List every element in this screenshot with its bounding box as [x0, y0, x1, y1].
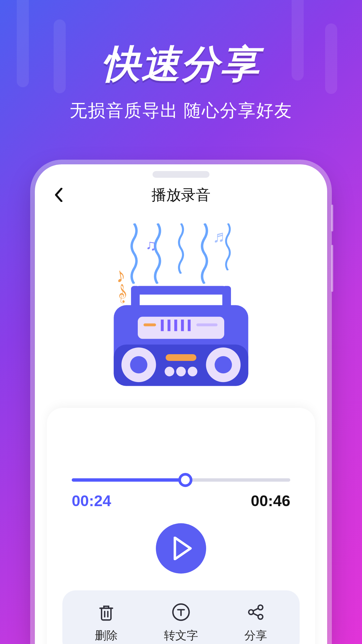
progress-thumb[interactable]	[178, 473, 192, 487]
radio-icon	[109, 282, 253, 388]
svg-rect-17	[166, 354, 196, 361]
to-text-label: 转文字	[164, 628, 198, 643]
text-icon	[170, 601, 192, 623]
svg-rect-0	[135, 286, 227, 294]
svg-point-19	[176, 367, 186, 376]
svg-rect-6	[143, 323, 156, 326]
svg-point-16	[215, 356, 232, 373]
music-note-icon: 𝄞	[119, 284, 128, 303]
share-icon	[245, 601, 267, 623]
svg-point-18	[165, 367, 174, 376]
svg-point-14	[130, 356, 147, 373]
svg-rect-8	[168, 319, 171, 331]
svg-rect-9	[174, 319, 177, 331]
music-note-icon: ♫	[145, 237, 157, 254]
svg-rect-12	[196, 323, 218, 326]
play-icon	[173, 537, 193, 560]
promo-subtitle: 无损音质导出 随心分享好友	[0, 99, 362, 122]
sound-waves-icon	[35, 223, 327, 284]
bottom-toolbar: 删除 转文字 分享	[62, 590, 300, 644]
svg-point-20	[188, 367, 197, 376]
elapsed-time: 00:24	[72, 492, 111, 510]
total-time: 00:46	[251, 492, 290, 510]
illustration-area: ♪ ♫ ♬ 𝄞	[35, 213, 327, 394]
svg-rect-10	[181, 319, 184, 331]
delete-label: 删除	[95, 628, 118, 643]
share-button[interactable]: 分享	[226, 601, 286, 643]
phone-mock: 播放录音 ♪ ♫ ♬ 𝄞	[35, 164, 327, 644]
svg-rect-7	[161, 319, 164, 331]
svg-point-22	[258, 605, 263, 610]
delete-button[interactable]: 删除	[76, 601, 136, 643]
promo-title: 快速分享	[0, 39, 362, 90]
app-header: 播放录音	[35, 176, 327, 213]
trash-icon	[95, 601, 117, 623]
svg-rect-11	[188, 319, 191, 331]
time-row: 00:24 00:46	[72, 492, 290, 510]
svg-point-23	[249, 610, 253, 614]
player-card: 00:24 00:46 删除	[47, 408, 315, 644]
play-button[interactable]	[156, 523, 206, 574]
progress-fill	[72, 478, 185, 482]
to-text-button[interactable]: 转文字	[151, 601, 211, 643]
svg-point-24	[258, 614, 263, 619]
music-note-icon: ♬	[213, 227, 225, 246]
page-title: 播放录音	[35, 185, 327, 205]
progress-slider[interactable]	[72, 478, 290, 482]
share-label: 分享	[244, 628, 267, 643]
